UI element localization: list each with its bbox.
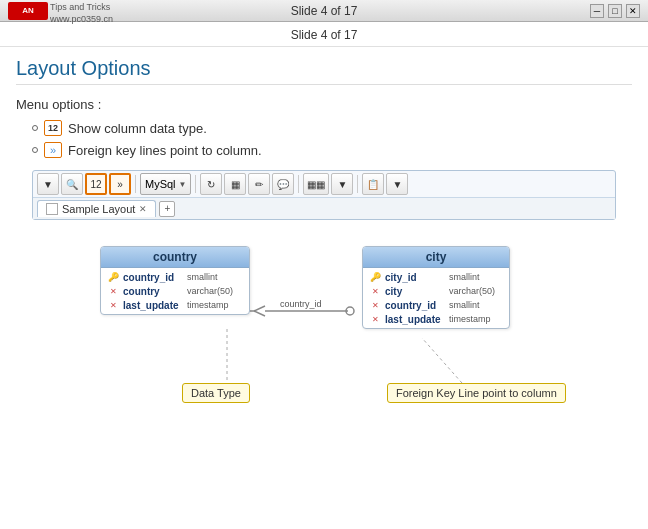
x-icon: ✕ xyxy=(369,299,381,311)
svg-line-4 xyxy=(254,311,265,316)
options-list: 12 Show column data type. » Foreign key … xyxy=(32,120,632,158)
bullet-circle xyxy=(32,147,38,153)
tab-row: Sample Layout ✕ + xyxy=(33,198,615,219)
table-row: ✕ city varchar(50) xyxy=(367,284,505,298)
toolbar-separator xyxy=(298,175,299,193)
toolbar-btn-comment[interactable]: 💬 xyxy=(272,173,294,195)
key-icon: 🔑 xyxy=(107,271,119,283)
toolbar-mysql-dropdown[interactable]: MySql ▼ xyxy=(140,173,191,195)
logo-text: AN xyxy=(22,6,34,15)
toolbar-btn-dropdown[interactable]: ▼ xyxy=(37,173,59,195)
tab-label: Sample Layout xyxy=(62,203,135,215)
key-icon: 🔑 xyxy=(369,271,381,283)
slide-indicator-bar: Slide 4 of 17 xyxy=(291,4,358,18)
watermark: Tips and Tricks www.pc0359.cn xyxy=(50,2,113,25)
x-icon: ✕ xyxy=(107,299,119,311)
window-controls[interactable]: ─ □ ✕ xyxy=(590,4,640,18)
toolbar-btn-layout1[interactable]: ▦▦ xyxy=(303,173,329,195)
menu-options-label: Menu options : xyxy=(16,97,632,112)
toolbar-btn-edit[interactable]: ✏ xyxy=(248,173,270,195)
tab-add-button[interactable]: + xyxy=(159,201,175,217)
toolbar-btn-datatype[interactable]: 12 xyxy=(85,173,107,195)
foreign-key-tooltip: Foreign Key Line point to column xyxy=(387,383,566,403)
x-icon: ✕ xyxy=(369,285,381,297)
country-table-header: country xyxy=(101,247,249,268)
city-table-header: city xyxy=(363,247,509,268)
toolbar-separator xyxy=(195,175,196,193)
maximize-button[interactable]: □ xyxy=(608,4,622,18)
city-table-body: 🔑 city_id smallint ✕ city varchar(50) ✕ … xyxy=(363,268,509,328)
tab-close-icon[interactable]: ✕ xyxy=(139,204,147,214)
tab-icon xyxy=(46,203,58,215)
svg-point-2 xyxy=(346,307,354,315)
x-icon: ✕ xyxy=(107,285,119,297)
country-table: country 🔑 country_id smallint ✕ country … xyxy=(100,246,250,315)
toolbar-btn-clipboard[interactable]: 📋 xyxy=(362,173,384,195)
x-icon: ✕ xyxy=(369,313,381,325)
list-item: » Foreign key lines point to column. xyxy=(32,142,632,158)
table-row: ✕ last_update timestamp xyxy=(367,312,505,326)
table-row: ✕ last_update timestamp xyxy=(105,298,245,312)
toolbar-container: ▼ 🔍 12 » MySql ▼ ↻ ▦ ✏ 💬 ▦▦ ▼ 📋 ▼ Sampl xyxy=(32,170,616,220)
toolbar-btn-grid[interactable]: ▦ xyxy=(224,173,246,195)
app-logo: AN xyxy=(8,2,48,20)
title-bar: AN Tips and Tricks www.pc0359.cn Slide 4… xyxy=(0,0,648,22)
list-item: 12 Show column data type. xyxy=(32,120,632,136)
tab-sample-layout[interactable]: Sample Layout ✕ xyxy=(37,200,156,217)
slide-indicator: Slide 4 of 17 xyxy=(0,22,648,47)
toolbar-row: ▼ 🔍 12 » MySql ▼ ↻ ▦ ✏ 💬 ▦▦ ▼ 📋 ▼ xyxy=(33,171,615,198)
close-button[interactable]: ✕ xyxy=(626,4,640,18)
option-text-1: Show column data type. xyxy=(68,121,207,136)
toolbar-btn-fk[interactable]: » xyxy=(109,173,131,195)
toolbar-btn-extra[interactable]: ▼ xyxy=(386,173,408,195)
city-table: city 🔑 city_id smallint ✕ city varchar(5… xyxy=(362,246,510,329)
bullet-circle xyxy=(32,125,38,131)
toolbar-btn-layout2[interactable]: ▼ xyxy=(331,173,353,195)
table-row: ✕ country_id smallint xyxy=(367,298,505,312)
svg-line-3 xyxy=(254,306,265,311)
toolbar-separator xyxy=(135,175,136,193)
option-text-2: Foreign key lines point to column. xyxy=(68,143,262,158)
toolbar-btn-refresh[interactable]: ↻ xyxy=(200,173,222,195)
show-datatype-icon: 12 xyxy=(44,120,62,136)
table-row: 🔑 country_id smallint xyxy=(105,270,245,284)
data-type-tooltip: Data Type xyxy=(182,383,250,403)
foreign-key-icon: » xyxy=(44,142,62,158)
minimize-button[interactable]: ─ xyxy=(590,4,604,18)
chevron-down-icon: ▼ xyxy=(179,180,187,189)
page-title: Layout Options xyxy=(16,57,632,85)
content-area: Layout Options Menu options : 12 Show co… xyxy=(0,47,648,433)
toolbar-separator xyxy=(357,175,358,193)
table-row: ✕ country varchar(50) xyxy=(105,284,245,298)
country-table-body: 🔑 country_id smallint ✕ country varchar(… xyxy=(101,268,249,314)
svg-line-8 xyxy=(422,338,462,383)
svg-text:country_id: country_id xyxy=(280,299,322,309)
diagram-area: country_id country 🔑 country_id smallint… xyxy=(32,228,616,423)
table-row: 🔑 city_id smallint xyxy=(367,270,505,284)
toolbar-btn-zoom[interactable]: 🔍 xyxy=(61,173,83,195)
